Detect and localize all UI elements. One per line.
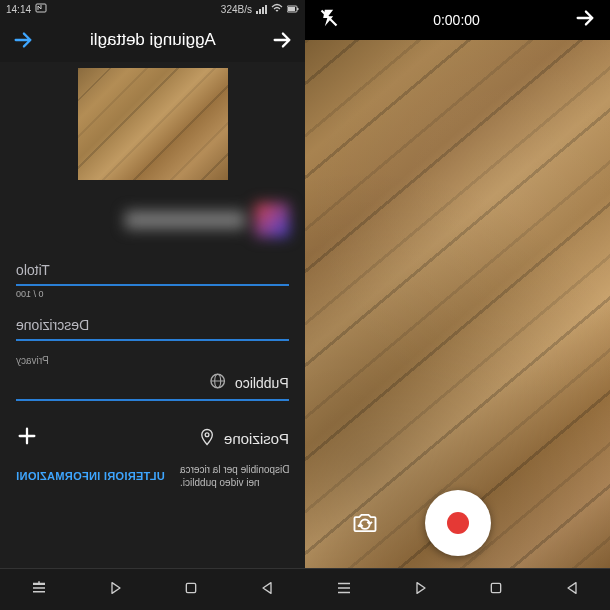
nav-home-icon[interactable]	[488, 580, 504, 600]
svg-rect-2	[297, 8, 299, 10]
privacy-field[interactable]: Privacy Pubblico	[16, 355, 289, 401]
status-bar: 14:14 324B/s	[0, 0, 305, 18]
switch-camera-button[interactable]	[345, 503, 385, 543]
camera-next-button[interactable]	[574, 7, 596, 33]
account-name-blurred	[125, 211, 245, 229]
location-row[interactable]: Posizione	[0, 415, 305, 457]
flash-toggle[interactable]	[319, 8, 339, 32]
location-label: Posizione	[224, 430, 289, 447]
title-counter: 0 / 100	[16, 289, 289, 299]
thumbnail-wrap	[0, 62, 305, 190]
privacy-value: Pubblico	[235, 375, 289, 391]
description-field[interactable]: Descrizione	[16, 313, 289, 341]
title-field[interactable]: Titolo 0 / 100	[16, 258, 289, 299]
svg-rect-8	[187, 583, 196, 592]
fields: Titolo 0 / 100 Descrizione Privacy Pubbl…	[0, 258, 305, 415]
status-nfc-icon	[35, 3, 47, 15]
nav-recents-icon[interactable]	[259, 580, 275, 600]
header: Aggiungi dettagli	[0, 18, 305, 62]
account-row[interactable]	[0, 194, 305, 246]
location-pin-icon	[198, 428, 216, 449]
android-nav-bar-right	[305, 568, 610, 610]
account-avatar-blurred	[255, 203, 289, 237]
next-button[interactable]	[271, 29, 293, 51]
signal-icon	[256, 5, 267, 14]
record-dot-icon	[447, 512, 469, 534]
svg-rect-3	[288, 7, 295, 11]
svg-rect-10	[492, 583, 501, 592]
record-button[interactable]	[425, 490, 491, 556]
wifi-icon	[271, 3, 283, 15]
nav-back-icon[interactable]	[413, 580, 429, 600]
nav-home-icon[interactable]	[183, 580, 199, 600]
camera-header: 0:00:00	[305, 0, 610, 40]
description-placeholder[interactable]: Descrizione	[16, 313, 289, 341]
camera-controls	[305, 478, 610, 568]
nav-recents-icon[interactable]	[564, 580, 580, 600]
android-nav-bar	[0, 568, 305, 610]
svg-point-7	[205, 432, 209, 436]
globe-icon	[209, 372, 227, 393]
more-info-link[interactable]: ULTERIORI INFORMAZIONI	[16, 470, 165, 482]
add-location-button[interactable]	[16, 425, 38, 451]
status-speed: 324B/s	[221, 4, 252, 15]
header-title: Aggiungi dettagli	[90, 30, 216, 50]
nav-menu-icon[interactable]	[335, 579, 353, 601]
video-thumbnail[interactable]	[78, 68, 228, 180]
footer-row: ULTERIORI INFORMAZIONI Disponibile per l…	[0, 457, 305, 499]
record-timer: 0:00:00	[433, 12, 480, 28]
footer-text: Disponibile per la ricerca nei video pub…	[180, 463, 290, 489]
status-time: 14:14	[6, 4, 31, 15]
details-pane: 14:14 324B/s Aggiungi dettagli	[0, 0, 305, 610]
battery-icon	[287, 4, 299, 15]
privacy-label: Privacy	[16, 355, 289, 366]
camera-pane: 0:00:00	[305, 0, 610, 610]
nav-back-icon[interactable]	[108, 580, 124, 600]
back-button[interactable]	[12, 29, 34, 51]
title-placeholder[interactable]: Titolo	[16, 258, 289, 286]
nav-menu-icon[interactable]	[30, 579, 48, 601]
